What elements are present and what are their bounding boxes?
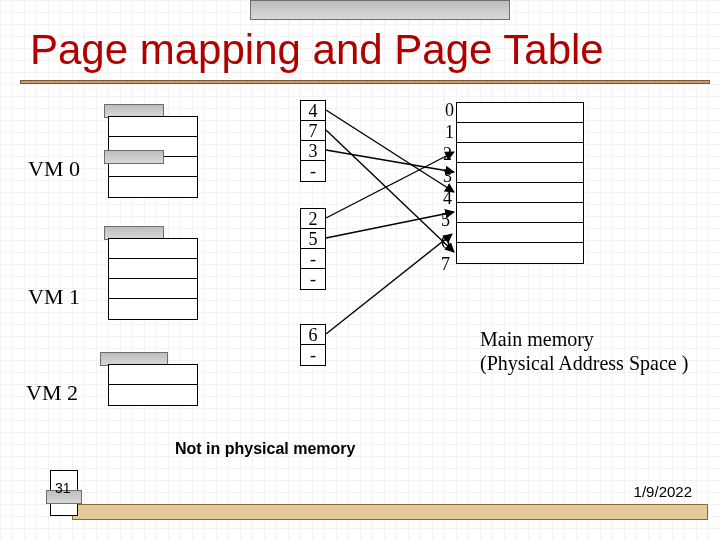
pt0-row3: - — [301, 161, 325, 181]
frame-label-4: 4 — [438, 188, 452, 209]
footer-bar — [72, 504, 708, 520]
note-not-in-memory: Not in physical memory — [175, 440, 356, 458]
memory-caption-1: Main memory — [480, 328, 594, 351]
vm1-label: VM 1 — [28, 284, 80, 310]
svg-line-2 — [326, 150, 454, 172]
memory-caption-2: (Physical Address Space ) — [480, 352, 688, 375]
pt1-row1: 5 — [301, 229, 325, 249]
page-table-1: 2 5 - - — [300, 208, 326, 290]
vm0-label: VM 0 — [28, 156, 80, 182]
diagram-stage: VM 0 VM 1 VM 2 4 7 3 - 2 5 - - 6 - 0 1 2… — [0, 0, 720, 540]
frame-label-1: 1 — [440, 122, 454, 143]
svg-line-3 — [326, 152, 454, 218]
pt0-row0: 4 — [301, 101, 325, 121]
frame-label-6: 6 — [436, 232, 450, 253]
svg-line-0 — [326, 110, 454, 192]
slide-number: 31 — [55, 480, 71, 496]
page-table-2: 6 - — [300, 324, 326, 366]
svg-line-1 — [326, 130, 454, 252]
pt2-row1: - — [301, 345, 325, 365]
pt2-row0: 6 — [301, 325, 325, 345]
frame-label-0: 0 — [440, 100, 454, 121]
svg-line-5 — [326, 234, 452, 334]
pt1-row0: 2 — [301, 209, 325, 229]
pt1-row2: - — [301, 249, 325, 269]
vm2-label: VM 2 — [26, 380, 78, 406]
frame-label-2: 2 — [438, 144, 452, 165]
page-table-0: 4 7 3 - — [300, 100, 326, 182]
frame-label-5: 5 — [436, 210, 450, 231]
pt0-row2: 3 — [301, 141, 325, 161]
slide-date: 1/9/2022 — [634, 483, 692, 500]
frame-label-7: 7 — [436, 254, 450, 275]
main-memory — [456, 102, 584, 264]
pt0-row1: 7 — [301, 121, 325, 141]
vm0-decor-cap-mid — [104, 150, 164, 164]
frame-label-3: 3 — [438, 166, 452, 187]
vm2-block — [108, 364, 198, 406]
vm1-block — [108, 238, 198, 320]
pt1-row3: - — [301, 269, 325, 289]
svg-line-4 — [326, 212, 454, 238]
